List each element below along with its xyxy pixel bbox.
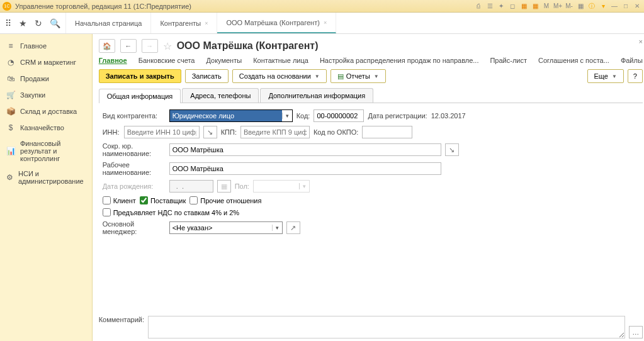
sidebar: ≡Главное ◔CRM и маркетинг 🛍Продажи 🛒Заку… [0,34,93,341]
sex-label: Пол: [235,182,249,190]
close-icon[interactable]: ✕ [633,2,641,11]
subnav-docs[interactable]: Документы [206,57,242,64]
chevron-down-icon: ▼ [315,74,320,79]
regdate-label: Дата регистрации: [368,112,427,120]
subnav-contacts[interactable]: Контактные лица [253,57,308,64]
subnav-price[interactable]: Прайс-лист [490,57,527,64]
subnav-bank[interactable]: Банковские счета [138,57,195,64]
okpo-input[interactable] [362,126,412,138]
create-based-button[interactable]: Создать на основании▼ [232,69,327,83]
tab-contragents[interactable]: Контрагенты× [151,13,217,33]
sidebar-item-sales[interactable]: 🛍Продажи [0,70,92,87]
client-checkbox[interactable]: Клиент [103,196,136,204]
inn-input[interactable] [124,126,200,138]
comment-label: Комментарий: [99,316,144,323]
workname-input[interactable] [169,162,441,175]
cart-icon: 🛒 [6,91,15,99]
content: × 🏠 ← → ☆ ООО Матрёшка (Контрагент) Глав… [93,34,644,341]
window-controls: ⎙ ☰ ✦ ◻ ▦ ▦ M M+ M- ▦ ⓘ ▾ — □ ✕ [474,2,641,11]
tab-matreshka[interactable]: ООО Матрёшка (Контрагент)× [217,13,336,33]
inner-tab-additional[interactable]: Дополнительная информация [260,88,373,103]
icon2[interactable]: ☰ [485,2,494,11]
save-close-button[interactable]: Записать и закрыть [99,69,181,83]
birth-label: Дата рождения: [103,182,166,190]
chevron-down-icon: ▼ [374,74,379,79]
vat-checkbox[interactable]: Предъявляет НДС по ставкам 4% и 2% [103,208,239,216]
manager-open-button[interactable]: ↗ [286,221,300,234]
favorite-icon[interactable]: ☆ [163,40,172,52]
other-checkbox[interactable]: Прочие отношения [189,196,261,204]
inner-tabs: Общая информация Адреса, телефоны Дополн… [99,88,643,103]
reports-button[interactable]: ▤Отчеты▼ [330,69,386,83]
close-icon[interactable]: × [205,20,208,26]
history-icon[interactable]: ↻ [35,18,42,28]
star-icon[interactable]: ★ [19,18,27,28]
form-area: Вид контрагента: Юридическое лицо ▾ Код:… [99,103,643,245]
close-page-icon[interactable]: × [638,38,642,45]
chevron-down-icon: ▼ [612,74,617,79]
manager-select[interactable]: <Не указан> ▾ [169,221,283,234]
icon1[interactable]: ⎙ [474,2,483,11]
apps-icon[interactable]: ⠿ [5,18,11,28]
sidebar-item-warehouse[interactable]: 📦Склад и доставка [0,103,92,120]
tab-start[interactable]: Начальная страница [66,13,151,33]
sidebar-item-crm[interactable]: ◔CRM и маркетинг [0,54,92,70]
sex-select: ▾ [253,180,310,193]
icon3[interactable]: ✦ [497,2,506,11]
sidebar-item-nsi[interactable]: ⚙НСИ и администрирование [0,166,92,189]
kpp-label: КПП: [221,128,237,136]
close-icon[interactable]: × [324,20,327,26]
kpp-input[interactable] [240,126,310,138]
code-label: Код: [297,112,310,120]
icon5[interactable]: ▦ [519,2,528,11]
code-input[interactable] [314,109,364,122]
workname-label: Рабочее наименование: [103,161,166,176]
m3[interactable]: M- [565,2,573,11]
app-icon: 1C [3,2,11,11]
inn-fill-button[interactable]: ↘ [203,126,217,138]
icon6[interactable]: ▦ [531,2,539,11]
m1[interactable]: M [542,2,551,11]
save-button[interactable]: Записать [185,69,229,83]
subnav-main[interactable]: Главное [99,57,127,64]
sidebar-item-purchases[interactable]: 🛒Закупки [0,87,92,103]
search-icon[interactable]: 🔍 [50,18,60,28]
maximize-icon[interactable]: □ [621,2,630,11]
chevron-down-icon[interactable]: ▾ [272,225,282,231]
subnav-sales[interactable]: Настройка распределения продаж по направ… [320,57,479,64]
chevron-down-icon: ▾ [299,183,309,189]
icon4[interactable]: ◻ [508,2,517,11]
comment-input[interactable] [148,316,625,338]
home-icon: ≡ [6,42,15,50]
inner-tab-general[interactable]: Общая информация [99,89,181,103]
m2[interactable]: M+ [553,2,562,11]
okpo-label: Код по ОКПО: [314,128,358,136]
sidebar-item-main[interactable]: ≡Главное [0,38,92,54]
minimize-icon[interactable]: — [610,2,619,11]
type-value: Юридическое лицо [170,110,282,121]
sidebar-item-finance[interactable]: 📊Финансовый результат и контроллинг [0,136,92,166]
crm-icon: ◔ [6,58,15,67]
info-icon[interactable]: ⓘ [587,2,596,11]
type-label: Вид контрагента: [103,112,166,120]
subnav-files[interactable]: Файлы [621,57,643,64]
comment-expand-button[interactable]: … [629,326,643,338]
help-button[interactable]: ? [628,69,643,83]
birth-input [169,180,213,193]
type-select[interactable]: Юридическое лицо ▾ [169,109,293,122]
supplier-checkbox[interactable]: Поставщик [140,196,186,204]
more-button[interactable]: Еще▼ [587,69,624,83]
subnav-agreements[interactable]: Соглашения с поста... [538,57,609,64]
back-button[interactable]: ← [120,39,137,53]
sidebar-item-treasury[interactable]: $Казначейство [0,120,92,136]
calendar-icon[interactable]: ▦ [576,2,585,11]
inner-tab-addresses[interactable]: Адреса, телефоны [182,88,259,103]
tool-icons: ⠿ ★ ↻ 🔍 [0,13,66,33]
shortname-input[interactable] [169,143,441,156]
inn-label: ИНН: [103,128,120,136]
shortname-fill-button[interactable]: ↘ [445,143,459,156]
page-title: ООО Матрёшка (Контрагент) [177,40,319,52]
forward-button[interactable]: → [142,39,158,53]
home-button[interactable]: 🏠 [99,39,115,53]
chevron-down-icon[interactable]: ▾ [282,113,292,119]
